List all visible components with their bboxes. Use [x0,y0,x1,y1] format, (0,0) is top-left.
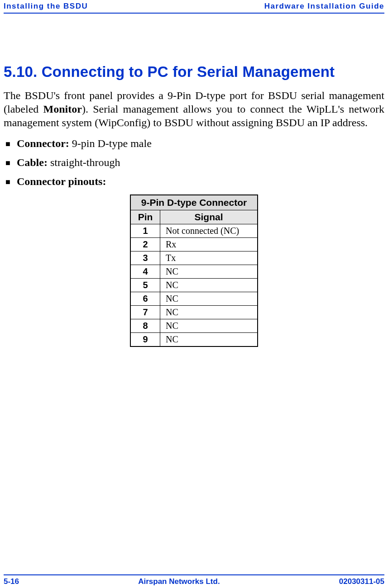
pinout-table: 9-Pin D-type Connector Pin Signal 1Not c… [130,194,258,347]
list-item-text: Cable: straight-through [17,156,384,169]
table-header-row: Pin Signal [130,210,258,224]
pin-cell: 8 [130,319,160,333]
para-bold-monitor: Monitor [43,103,82,115]
list-item-value: 9-pin D-type male [69,138,152,149]
table-row: 1Not connected (NC) [130,224,258,238]
footer-center-company: Airspan Networks Ltd. [138,577,220,586]
list-item-value: straight-through [48,156,120,168]
table-row: 4NC [130,265,258,279]
list-item-text: Connector pinouts: [17,175,384,188]
pin-cell: 5 [130,279,160,292]
header-left: Installing the BSDU [4,2,88,11]
signal-cell: NC [160,279,258,292]
signal-cell: Rx [160,238,258,251]
footer-right-doc: 02030311-05 [339,577,384,586]
table-row: 3Tx [130,251,258,265]
signal-cell: NC [160,292,258,306]
pin-cell: 2 [130,238,160,251]
signal-cell: NC [160,265,258,279]
content-area: 5.10. Connecting to PC for Serial Manage… [0,63,388,347]
pin-cell: 6 [130,292,160,306]
table-row: 8NC [130,319,258,333]
list-item-label: Connector: [17,138,69,149]
list-item-label: Cable: [17,156,48,168]
square-bullet-icon: ■ [5,138,10,150]
table-row: 7NC [130,306,258,319]
footer-rule [4,574,384,575]
square-bullet-icon: ■ [5,156,10,169]
pin-cell: 1 [130,224,160,238]
list-item-label: Connector pinouts: [17,175,106,187]
list-item: ■ Connector: 9-pin D-type male [4,138,384,150]
signal-cell: Tx [160,251,258,265]
col-header-signal: Signal [160,210,258,224]
col-header-pin: Pin [130,210,160,224]
signal-cell: NC [160,333,258,347]
bullet-list: ■ Connector: 9-pin D-type male ■ Cable: … [4,138,384,188]
signal-cell: Not connected (NC) [160,224,258,238]
table-row: 6NC [130,292,258,306]
footer-row: 5-16 Airspan Networks Ltd. 02030311-05 [0,576,388,586]
pin-cell: 4 [130,265,160,279]
pin-cell: 9 [130,333,160,347]
pin-cell: 3 [130,251,160,265]
footer-left-page: 5-16 [4,577,19,586]
header-right: Hardware Installation Guide [264,2,384,11]
square-bullet-icon: ■ [5,175,10,188]
list-item: ■ Connector pinouts: [4,175,384,188]
table-row: 9NC [130,333,258,347]
pin-cell: 7 [130,306,160,319]
header-rule [4,13,384,14]
page-footer: 5-16 Airspan Networks Ltd. 02030311-05 [0,574,388,586]
section-heading: 5.10. Connecting to PC for Serial Manage… [4,63,384,81]
list-item: ■ Cable: straight-through [4,156,384,169]
signal-cell: NC [160,319,258,333]
table-title: 9-Pin D-type Connector [130,195,258,210]
intro-paragraph: The BSDU's front panel provides a 9-Pin … [4,89,384,129]
table-row: 5NC [130,279,258,292]
table-title-row: 9-Pin D-type Connector [130,195,258,210]
page-header: Installing the BSDU Hardware Installatio… [0,0,388,11]
pinout-table-wrap: 9-Pin D-type Connector Pin Signal 1Not c… [4,194,384,347]
list-item-text: Connector: 9-pin D-type male [17,138,384,150]
table-row: 2Rx [130,238,258,251]
signal-cell: NC [160,306,258,319]
